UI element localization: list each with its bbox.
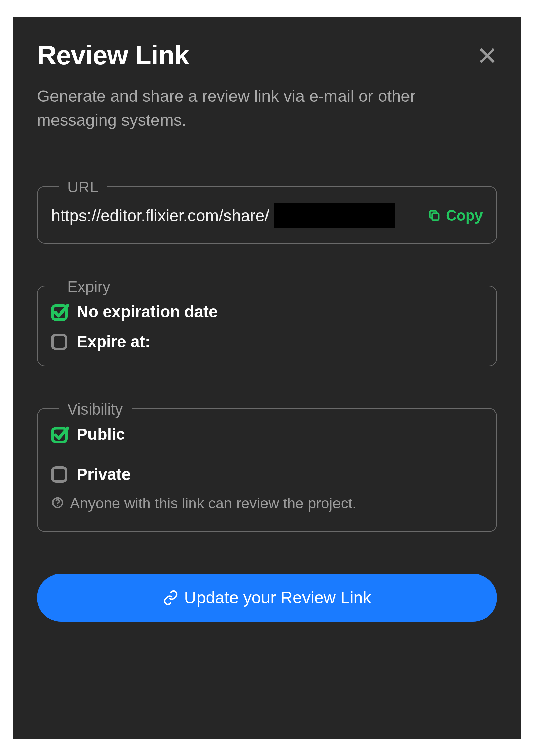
review-link-modal: Review Link Generate and share a review … bbox=[13, 17, 521, 739]
option-expire-at-label: Expire at: bbox=[77, 332, 150, 351]
checkbox-private[interactable] bbox=[51, 466, 67, 483]
option-no-expiration-label: No expiration date bbox=[77, 302, 218, 321]
url-value[interactable]: https://editor.flixier.com/share/ bbox=[51, 206, 269, 225]
copy-icon bbox=[428, 209, 441, 222]
option-public-label: Public bbox=[77, 425, 125, 443]
option-expire-at[interactable]: Expire at: bbox=[51, 332, 483, 351]
checkbox-no-expiration[interactable] bbox=[51, 304, 67, 320]
close-button[interactable] bbox=[477, 46, 497, 67]
url-fieldset: URL https://editor.flixier.com/share/ Co… bbox=[37, 186, 497, 244]
url-row: https://editor.flixier.com/share/ Copy bbox=[51, 203, 483, 228]
visibility-help-text: Anyone with this link can review the pro… bbox=[70, 495, 356, 512]
option-private[interactable]: Private bbox=[51, 465, 483, 484]
checkbox-expire-at[interactable] bbox=[51, 334, 67, 350]
svg-point-6 bbox=[57, 505, 58, 506]
visibility-fieldset: Visibility Public Private An bbox=[37, 408, 497, 532]
svg-rect-2 bbox=[432, 213, 439, 220]
update-review-link-button[interactable]: Update your Review Link bbox=[37, 574, 497, 622]
option-no-expiration[interactable]: No expiration date bbox=[51, 302, 483, 321]
copy-button[interactable]: Copy bbox=[428, 207, 483, 224]
checkbox-public[interactable] bbox=[51, 426, 67, 442]
visibility-legend: Visibility bbox=[59, 400, 132, 418]
checkbox-checked-icon bbox=[50, 302, 70, 322]
modal-header: Review Link bbox=[37, 40, 497, 71]
expiry-legend: Expiry bbox=[59, 277, 119, 296]
expiry-fieldset: Expiry No expiration date Expire at: bbox=[37, 286, 497, 366]
modal-title: Review Link bbox=[37, 40, 189, 71]
modal-description: Generate and share a review link via e-m… bbox=[37, 84, 497, 132]
help-icon bbox=[51, 496, 64, 511]
close-icon bbox=[477, 46, 497, 65]
link-icon bbox=[163, 590, 178, 605]
option-private-label: Private bbox=[77, 465, 131, 484]
url-redacted-segment bbox=[274, 203, 395, 228]
visibility-help-row: Anyone with this link can review the pro… bbox=[51, 495, 483, 512]
url-legend: URL bbox=[59, 178, 107, 196]
option-public[interactable]: Public bbox=[51, 425, 483, 443]
update-button-label: Update your Review Link bbox=[184, 588, 371, 607]
copy-label: Copy bbox=[446, 207, 483, 224]
checkbox-checked-icon bbox=[50, 425, 70, 445]
